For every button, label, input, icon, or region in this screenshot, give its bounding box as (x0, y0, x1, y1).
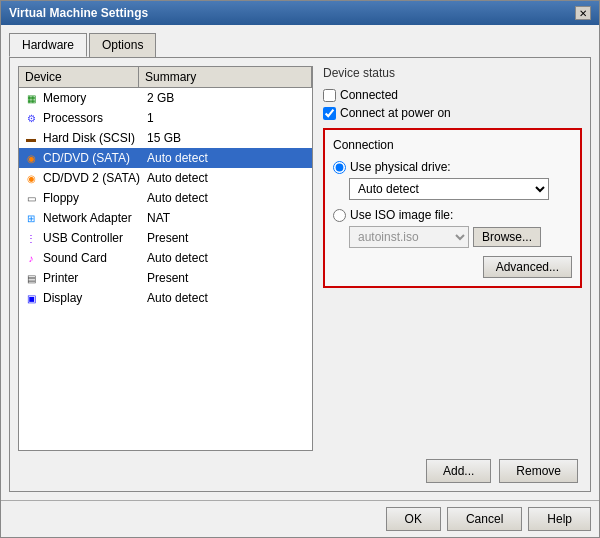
device-icon-sound: ♪ (23, 250, 39, 266)
device-name-printer: Printer (43, 271, 147, 285)
tab-options[interactable]: Options (89, 33, 156, 57)
physical-drive-select[interactable]: Auto detect (349, 178, 549, 200)
help-button[interactable]: Help (528, 507, 591, 531)
tab-hardware[interactable]: Hardware (9, 33, 87, 57)
device-icon-printer: ▤ (23, 270, 39, 286)
device-name-harddisk: Hard Disk (SCSI) (43, 131, 147, 145)
device-name-sound: Sound Card (43, 251, 147, 265)
device-row-sound[interactable]: ♪ Sound Card Auto detect (19, 248, 312, 268)
device-summary-floppy: Auto detect (147, 191, 308, 205)
auto-detect-row: Auto detect (349, 178, 572, 200)
virtual-machine-settings-window: Virtual Machine Settings ✕ Hardware Opti… (0, 0, 600, 538)
device-name-processors: Processors (43, 111, 147, 125)
tab-bar: Hardware Options (9, 33, 591, 57)
device-name-cddvd: CD/DVD (SATA) (43, 151, 147, 165)
main-area: Device Summary ▦ Memory 2 GB ⚙ Processor… (18, 66, 582, 451)
ok-button[interactable]: OK (386, 507, 441, 531)
device-action-buttons: Add... Remove (426, 459, 578, 483)
device-list-header: Device Summary (18, 66, 313, 87)
content-area: Hardware Options Device Summary ▦ Memory… (1, 25, 599, 500)
device-status-section: Device status Connected Connect at power… (323, 66, 582, 120)
iso-file-row: autoinst.iso Browse... (349, 226, 572, 248)
device-name-memory: Memory (43, 91, 147, 105)
bottom-buttons-bar: Add... Remove (18, 459, 582, 483)
device-name-cddvd2: CD/DVD 2 (SATA) (43, 171, 147, 185)
connection-label: Connection (333, 138, 572, 152)
advanced-row: Advanced... (333, 256, 572, 278)
physical-drive-radio[interactable] (333, 161, 346, 174)
browse-button[interactable]: Browse... (473, 227, 541, 247)
device-summary-harddisk: 15 GB (147, 131, 308, 145)
connected-row: Connected (323, 88, 582, 102)
device-icon-display: ▣ (23, 290, 39, 306)
connection-section: Connection Use physical drive: Auto dete… (323, 128, 582, 288)
connected-checkbox[interactable] (323, 89, 336, 102)
power-on-label: Connect at power on (340, 106, 451, 120)
device-icon-cddvd: ◉ (23, 150, 39, 166)
title-bar-buttons: ✕ (575, 6, 591, 20)
device-icon-harddisk: ▬ (23, 130, 39, 146)
device-row-cddvd2[interactable]: ◉ CD/DVD 2 (SATA) Auto detect (19, 168, 312, 188)
iso-image-radio[interactable] (333, 209, 346, 222)
device-row-network[interactable]: ⊞ Network Adapter NAT (19, 208, 312, 228)
col-header-device: Device (19, 67, 139, 87)
device-icon-usb: ⋮ (23, 230, 39, 246)
title-bar: Virtual Machine Settings ✕ (1, 1, 599, 25)
device-name-floppy: Floppy (43, 191, 147, 205)
physical-drive-label: Use physical drive: (350, 160, 451, 174)
device-row-display[interactable]: ▣ Display Auto detect (19, 288, 312, 308)
iso-label: Use ISO image file: (350, 208, 453, 222)
device-icon-floppy: ▭ (23, 190, 39, 206)
device-summary-cddvd: Auto detect (147, 151, 308, 165)
footer: OK Cancel Help (1, 500, 599, 537)
device-name-network: Network Adapter (43, 211, 147, 225)
device-name-usb: USB Controller (43, 231, 147, 245)
physical-drive-row: Use physical drive: (333, 160, 572, 174)
iso-row: Use ISO image file: (333, 208, 572, 222)
device-summary-cddvd2: Auto detect (147, 171, 308, 185)
device-status-label: Device status (323, 66, 582, 80)
iso-file-select: autoinst.iso (349, 226, 469, 248)
power-on-checkbox[interactable] (323, 107, 336, 120)
device-icon-memory: ▦ (23, 90, 39, 106)
device-list: ▦ Memory 2 GB ⚙ Processors 1 ▬ Hard Disk… (18, 87, 313, 451)
device-row-printer[interactable]: ▤ Printer Present (19, 268, 312, 288)
device-summary-sound: Auto detect (147, 251, 308, 265)
advanced-button[interactable]: Advanced... (483, 256, 572, 278)
close-button[interactable]: ✕ (575, 6, 591, 20)
col-header-summary: Summary (139, 67, 312, 87)
device-summary-memory: 2 GB (147, 91, 308, 105)
device-summary-printer: Present (147, 271, 308, 285)
device-row-processors[interactable]: ⚙ Processors 1 (19, 108, 312, 128)
device-summary-display: Auto detect (147, 291, 308, 305)
device-icon-network: ⊞ (23, 210, 39, 226)
device-row-cddvd[interactable]: ◉ CD/DVD (SATA) Auto detect (19, 148, 312, 168)
device-summary-usb: Present (147, 231, 308, 245)
power-on-row: Connect at power on (323, 106, 582, 120)
right-panel: Device status Connected Connect at power… (323, 66, 582, 451)
device-row-harddisk[interactable]: ▬ Hard Disk (SCSI) 15 GB (19, 128, 312, 148)
device-row-usb[interactable]: ⋮ USB Controller Present (19, 228, 312, 248)
hardware-panel: Device Summary ▦ Memory 2 GB ⚙ Processor… (9, 57, 591, 492)
device-list-container: Device Summary ▦ Memory 2 GB ⚙ Processor… (18, 66, 313, 451)
add-button[interactable]: Add... (426, 459, 491, 483)
window-title: Virtual Machine Settings (9, 6, 148, 20)
device-icon-cddvd2: ◉ (23, 170, 39, 186)
device-row-floppy[interactable]: ▭ Floppy Auto detect (19, 188, 312, 208)
cancel-button[interactable]: Cancel (447, 507, 522, 531)
device-summary-network: NAT (147, 211, 308, 225)
device-summary-processors: 1 (147, 111, 308, 125)
device-icon-processors: ⚙ (23, 110, 39, 126)
device-name-display: Display (43, 291, 147, 305)
device-row-memory[interactable]: ▦ Memory 2 GB (19, 88, 312, 108)
remove-button[interactable]: Remove (499, 459, 578, 483)
connected-label: Connected (340, 88, 398, 102)
